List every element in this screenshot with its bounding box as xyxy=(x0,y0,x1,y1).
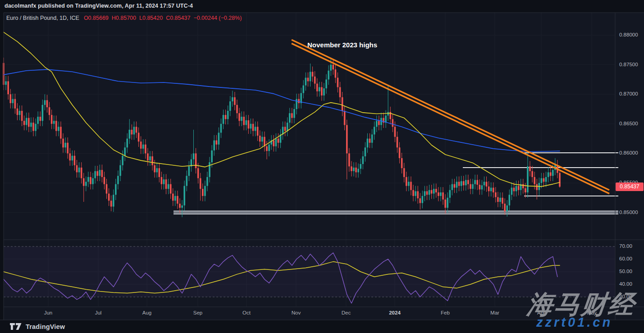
candle-body xyxy=(94,171,96,178)
candle-body xyxy=(371,134,373,142)
candle-body xyxy=(154,165,155,173)
time-tick-label[interactable]: Apr xyxy=(531,310,551,315)
time-tick-label[interactable]: Dec xyxy=(336,310,356,315)
time-tick-label[interactable]: Mar xyxy=(485,310,505,315)
time-tick-label[interactable]: Feb xyxy=(435,310,455,315)
candle-body xyxy=(387,112,389,116)
candle-body xyxy=(200,178,201,189)
tradingview-logo-icon[interactable] xyxy=(10,323,22,330)
candle-body xyxy=(138,132,140,141)
candle-body xyxy=(484,182,485,185)
candle-body xyxy=(335,69,337,78)
price-tick-label: 0.87500 xyxy=(619,62,638,67)
candle-body xyxy=(21,111,23,121)
candle-body xyxy=(119,165,121,176)
candle-body xyxy=(64,143,66,147)
price-tick-label: 0.86500 xyxy=(619,121,638,126)
candle-body xyxy=(527,166,529,192)
candle-body xyxy=(476,180,478,184)
time-tick-label[interactable]: Oct xyxy=(237,310,256,315)
candle-body xyxy=(85,182,87,186)
candle-body xyxy=(449,190,451,198)
time-tick-label[interactable]: Jun xyxy=(38,310,58,315)
candle-body xyxy=(278,139,279,143)
candle-body xyxy=(26,118,27,125)
candle-body xyxy=(353,168,355,171)
time-tick-label[interactable]: May xyxy=(582,310,602,315)
candle-body xyxy=(518,186,520,190)
candle-body xyxy=(202,189,204,196)
candle-body xyxy=(236,105,238,113)
candle-body xyxy=(165,179,167,189)
candle-body xyxy=(316,84,318,91)
candle-body xyxy=(385,115,387,123)
candle-body xyxy=(502,198,503,204)
candle-body xyxy=(351,166,352,171)
candle-body xyxy=(429,190,430,195)
chart-canvas[interactable] xyxy=(0,0,644,333)
candle-body xyxy=(406,177,407,186)
time-tick-label[interactable]: Aug xyxy=(137,310,157,315)
candle-body xyxy=(486,182,488,186)
candle-body xyxy=(257,127,259,136)
candle-body xyxy=(362,156,364,164)
candle-body xyxy=(131,130,133,134)
candle-body xyxy=(243,117,245,125)
candle-body xyxy=(145,145,146,154)
candle-body xyxy=(369,139,371,143)
symbol-title[interactable]: Euro / British Pound, 1D, ICE xyxy=(6,15,79,21)
candle-body xyxy=(339,87,341,97)
descending-trendline xyxy=(292,43,609,193)
candle-body xyxy=(289,113,291,123)
tradingview-brand-text[interactable]: TradingView xyxy=(26,323,65,330)
candle-body xyxy=(332,65,334,69)
candle-body xyxy=(465,180,467,185)
candle-body xyxy=(552,170,554,176)
price-tick-label: 0.87000 xyxy=(619,91,638,96)
candle-body xyxy=(367,139,369,148)
candle-body xyxy=(55,121,57,131)
candle-body xyxy=(92,178,94,184)
candle-body xyxy=(245,120,247,125)
candle-body xyxy=(470,184,471,189)
candle-body xyxy=(232,97,233,101)
candle-body xyxy=(488,187,490,191)
time-tick-label[interactable]: Jul xyxy=(88,310,108,315)
candle-body xyxy=(193,153,195,159)
candle-body xyxy=(188,166,190,176)
candle-body xyxy=(218,132,220,144)
candle-body xyxy=(186,176,187,186)
change-value: −0.00244 (−0.28%) xyxy=(193,15,242,21)
candle-body xyxy=(302,86,304,93)
slow-ma-line xyxy=(4,69,560,151)
candle-body xyxy=(83,178,85,186)
candle-body xyxy=(51,115,53,124)
candle-body xyxy=(543,178,545,182)
candle-body xyxy=(227,111,229,119)
candle-body xyxy=(452,184,453,190)
candle-body xyxy=(412,190,414,196)
candle-body xyxy=(397,137,398,148)
candle-body xyxy=(481,185,483,189)
candle-body xyxy=(174,196,176,201)
candle-body xyxy=(287,123,288,131)
descending-trendline xyxy=(292,40,609,190)
candle-body xyxy=(534,177,535,184)
candle-body xyxy=(17,109,18,115)
candle-body xyxy=(422,196,424,203)
time-tick-label[interactable]: 2024 xyxy=(385,310,405,315)
candle-body xyxy=(44,100,46,105)
candle-body xyxy=(472,184,474,189)
time-tick-label[interactable]: Nov xyxy=(286,310,306,315)
candle-body xyxy=(312,72,314,76)
candle-body xyxy=(142,145,144,149)
candle-body xyxy=(463,181,465,185)
candle-body xyxy=(376,121,378,127)
candle-body xyxy=(508,195,510,205)
candle-body xyxy=(229,101,231,111)
time-tick-label[interactable]: Sep xyxy=(188,310,208,315)
candle-body xyxy=(69,153,71,160)
candle-body xyxy=(170,184,172,194)
candle-body xyxy=(234,97,236,105)
symbol-legend[interactable]: Euro / British Pound, 1D, ICEO0.85669H0.… xyxy=(6,15,242,21)
